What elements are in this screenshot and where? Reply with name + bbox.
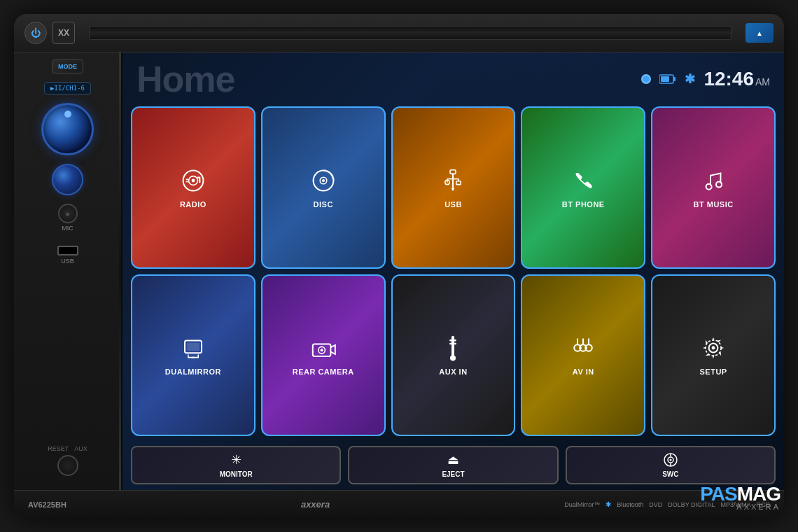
power-button[interactable]: ⏻	[24, 22, 47, 44]
svg-rect-29	[450, 340, 457, 341]
setup-button[interactable]: SETUP	[651, 274, 776, 437]
svg-point-39	[712, 346, 715, 350]
main-screen: Home ✱ 12:46AM	[122, 52, 784, 490]
left-panel: MODE ▶II/CH1-6 ● MIC USB RESET AUX	[14, 52, 122, 490]
eject-top-button[interactable]: ▲	[746, 23, 774, 43]
radio-button[interactable]: RADIO	[131, 106, 255, 269]
dualmirror-label: DUALMIRROR	[165, 368, 221, 376]
monitor-label: MONITOR	[220, 470, 253, 478]
rearcamera-label: REAR CAMERA	[293, 368, 354, 376]
status-bar: ✱ 12:46AM	[641, 68, 770, 90]
device-top-bar: ⏻ XX ▲	[14, 14, 784, 52]
top-left-controls: ⏻ XX	[24, 22, 75, 44]
reset-aux-section: RESET AUX	[48, 445, 88, 483]
svg-point-43	[669, 459, 671, 461]
btmusic-button[interactable]: BT MUSIC	[651, 106, 776, 269]
home-title: Home	[136, 61, 234, 97]
swc-icon	[663, 452, 678, 468]
mic-section: ● MIC	[58, 204, 78, 232]
eject-label: EJECT	[442, 470, 464, 478]
usb-label: USB	[444, 200, 462, 209]
mic-icon: ●	[65, 210, 69, 218]
svg-rect-23	[187, 343, 200, 351]
power-icon: ⏻	[31, 27, 41, 38]
radio-label: RADIO	[180, 200, 206, 209]
svg-rect-13	[450, 170, 456, 174]
device-body: MODE ▶II/CH1-6 ● MIC USB RESET AUX	[14, 52, 784, 490]
brand-name: axxera	[301, 499, 330, 510]
badge-dvd: DVD	[649, 501, 662, 508]
eject-icon: ⏏	[447, 452, 459, 468]
svg-rect-9	[186, 181, 188, 183]
svg-point-20	[706, 184, 712, 190]
svg-rect-8	[186, 178, 188, 180]
swc-button[interactable]: SWC	[566, 446, 776, 484]
clock: 12:46AM	[704, 68, 770, 90]
usb-button[interactable]: USB	[391, 106, 516, 269]
bottom-bar: ✳ MONITOR ⏏ EJECT SWC	[122, 442, 784, 490]
bluetooth-icon: ✱	[685, 71, 695, 87]
pasmag-logo: PASMAG AXXERA	[700, 483, 780, 511]
svg-rect-2	[661, 76, 669, 82]
avin-label: AV IN	[573, 368, 594, 376]
svg-point-21	[716, 181, 722, 187]
svg-point-31	[450, 356, 456, 361]
rearcamera-button[interactable]: REAR CAMERA	[261, 274, 386, 437]
svg-rect-6	[197, 176, 200, 178]
usb-port-section: USB	[57, 246, 78, 265]
mic-dot: ●	[58, 204, 78, 223]
reset-label: RESET	[48, 445, 69, 452]
aux-label: AUX	[74, 445, 88, 452]
svg-rect-17	[456, 181, 461, 185]
auxin-label: AUX IN	[439, 368, 467, 376]
mag-text: MAG	[737, 483, 780, 505]
monitor-icon: ✳	[231, 452, 241, 468]
xx-label: XX	[58, 28, 69, 38]
badge-bluetooth: Bluetooth	[617, 501, 643, 508]
monitor-button[interactable]: ✳ MONITOR	[131, 446, 341, 484]
swc-label: SWC	[662, 470, 678, 478]
dualmirror-button[interactable]: DUALMIRROR	[131, 274, 255, 437]
pas-text: PAS	[700, 483, 737, 505]
cd-slot	[89, 26, 732, 40]
svg-point-27	[320, 349, 323, 351]
reset-row: RESET AUX	[48, 445, 88, 452]
xx-button[interactable]: XX	[52, 22, 75, 44]
usb-port[interactable]	[57, 246, 78, 255]
status-dot	[641, 74, 651, 84]
svg-point-12	[322, 179, 325, 182]
badge-dualmirror: DualMirror™	[564, 501, 600, 508]
track-display: ▶II/CH1-6	[44, 82, 91, 94]
screen-header: Home ✱ 12:46AM	[122, 52, 784, 101]
disc-button[interactable]: DISC	[261, 106, 386, 269]
battery-icon	[659, 74, 676, 85]
device-frame: ⏻ XX ▲ MODE ▶II/CH1-6 ● MIC	[14, 14, 784, 518]
main-volume-knob[interactable]	[41, 103, 94, 155]
eject-top-icon: ▲	[756, 29, 763, 37]
mic-label: MIC	[62, 225, 74, 232]
eject-button[interactable]: ⏏ EJECT	[348, 446, 558, 484]
model-number: AV6225BH	[28, 500, 66, 509]
btphone-button[interactable]: BT PHONE	[521, 106, 645, 269]
mode-button[interactable]: MODE	[52, 59, 83, 74]
auxin-button[interactable]: AUX IN	[391, 274, 516, 437]
avin-button[interactable]: AV IN	[521, 274, 645, 437]
icon-grid: RADIO DISC	[122, 101, 784, 442]
setup-label: SETUP	[700, 368, 727, 376]
svg-rect-7	[199, 178, 200, 183]
badge-bt-icon: ✱	[606, 500, 611, 508]
svg-rect-30	[450, 343, 457, 344]
secondary-knob[interactable]	[52, 164, 83, 195]
reset-knob[interactable]	[57, 455, 78, 476]
btmusic-label: BT MUSIC	[694, 200, 734, 209]
svg-point-5	[191, 178, 195, 182]
svg-rect-1	[673, 77, 676, 81]
device-bottom-bar: AV6225BH axxera DualMirror™ ✱ Bluetooth …	[14, 490, 784, 518]
btphone-label: BT PHONE	[562, 200, 605, 209]
usb-label: USB	[61, 258, 74, 265]
mode-row: MODE	[52, 59, 83, 74]
disc-label: DISC	[314, 200, 333, 209]
